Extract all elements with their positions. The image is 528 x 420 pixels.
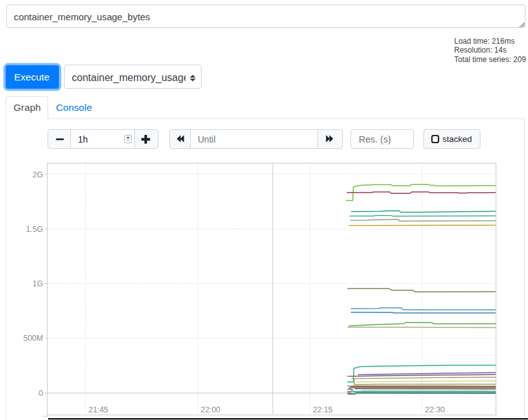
- svg-text:500M: 500M: [23, 334, 43, 343]
- svg-text:2G: 2G: [32, 170, 43, 179]
- svg-text:22:30: 22:30: [425, 405, 445, 414]
- svg-text:22:15: 22:15: [313, 405, 333, 414]
- svg-text:0: 0: [39, 389, 43, 398]
- svg-text:1G: 1G: [32, 279, 43, 288]
- svg-text:22:00: 22:00: [201, 405, 221, 414]
- svg-text:21:45: 21:45: [89, 405, 108, 414]
- svg-text:1.5G: 1.5G: [26, 225, 43, 234]
